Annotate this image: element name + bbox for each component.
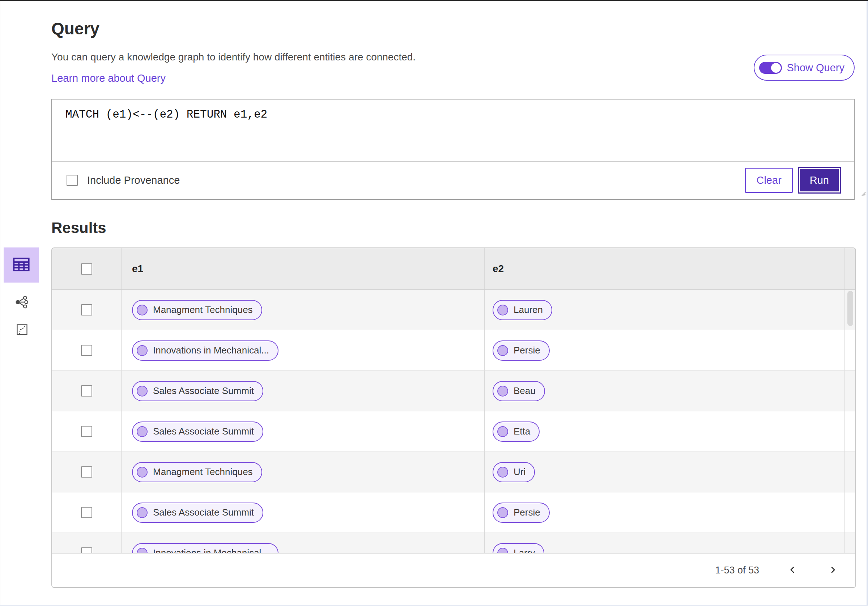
entity-pill-label: Innovations in Mechanical...	[153, 547, 269, 553]
table-row: Managment Techniques Lauren	[52, 290, 856, 330]
pagination-range: 1-53 of 53	[715, 565, 759, 576]
entity-avatar-icon	[137, 305, 147, 315]
previous-page-button[interactable]	[787, 565, 797, 576]
chevron-right-icon	[828, 565, 838, 576]
entity-pill[interactable]: Managment Techniques	[132, 300, 262, 320]
entity-avatar-icon	[497, 548, 508, 553]
run-button[interactable]: Run	[798, 167, 841, 194]
table-body: Managment Techniques Lauren Innovations …	[52, 290, 856, 553]
show-query-label: Show Query	[787, 62, 845, 74]
entity-avatar-icon	[137, 386, 147, 396]
entity-pill-label: Lauren	[513, 304, 543, 315]
show-query-toggle[interactable]: Show Query	[754, 54, 855, 81]
entity-pill-label: Persie	[513, 507, 540, 518]
column-header-e1[interactable]: e1	[132, 263, 143, 275]
run-button-label: Run	[800, 169, 839, 191]
results-table: e1 e2 Managment Techniques Lauren Innova…	[51, 247, 856, 588]
row-checkbox[interactable]	[81, 426, 92, 437]
table-footer: 1-53 of 53	[52, 553, 856, 587]
row-checkbox[interactable]	[81, 547, 92, 553]
entity-pill[interactable]: Sales Associate Summit	[132, 502, 263, 523]
view-tab-table[interactable]	[4, 247, 39, 283]
page-title: Query	[51, 19, 855, 38]
table-row: Innovations in Mechanical... Larry	[52, 533, 856, 553]
include-provenance-label: Include Provenance	[87, 174, 180, 186]
entity-pill[interactable]: Larry	[493, 543, 544, 553]
scrollbar-gutter	[844, 248, 856, 289]
row-checkbox[interactable]	[81, 345, 92, 356]
entity-avatar-icon	[497, 467, 508, 477]
entity-pill[interactable]: Persie	[493, 340, 550, 361]
view-tab-network[interactable]	[15, 295, 29, 310]
entity-pill-label: Managment Techniques	[153, 466, 253, 477]
table-row: Sales Associate Summit Beau	[52, 371, 856, 411]
view-switcher-rail	[0, 247, 51, 588]
entity-pill-label: Uri	[513, 466, 525, 477]
learn-more-link[interactable]: Learn more about Query	[51, 72, 166, 84]
entity-pill[interactable]: Managment Techniques	[132, 462, 262, 482]
entity-avatar-icon	[137, 426, 147, 437]
entity-pill[interactable]: Beau	[493, 381, 545, 401]
toggle-knob	[771, 63, 781, 73]
column-header-e2[interactable]: e2	[493, 263, 504, 275]
table-row: Innovations in Mechanical... Persie	[52, 330, 856, 371]
entity-avatar-icon	[497, 386, 508, 396]
query-toolbar: Include Provenance Clear Run	[52, 162, 854, 199]
entity-avatar-icon	[497, 305, 508, 315]
entity-pill-label: Sales Associate Summit	[153, 426, 254, 437]
table-row: Managment Techniques Uri	[52, 452, 856, 493]
entity-pill[interactable]: Sales Associate Summit	[132, 381, 263, 401]
map-icon	[16, 323, 29, 337]
query-input[interactable]: MATCH (e1)<--(e2) RETURN e1,e2	[52, 99, 854, 162]
entity-pill-label: Managment Techniques	[153, 304, 253, 315]
results-title: Results	[51, 219, 855, 236]
entity-avatar-icon	[497, 345, 508, 356]
entity-pill[interactable]: Uri	[493, 462, 535, 482]
entity-avatar-icon	[497, 426, 508, 437]
table-row: Sales Associate Summit Etta	[52, 411, 856, 452]
clear-button[interactable]: Clear	[745, 168, 792, 193]
include-provenance-checkbox[interactable]	[67, 175, 78, 186]
resize-handle-icon[interactable]	[859, 189, 866, 198]
entity-pill-label: Beau	[513, 385, 536, 396]
entity-pill[interactable]: Persie	[493, 502, 550, 523]
results-section: e1 e2 Managment Techniques Lauren Innova…	[0, 247, 868, 588]
row-checkbox[interactable]	[81, 385, 92, 396]
entity-avatar-icon	[137, 507, 147, 518]
entity-pill-label: Innovations in Mechanical...	[153, 345, 269, 356]
entity-pill-label: Etta	[513, 426, 530, 437]
entity-avatar-icon	[137, 548, 147, 553]
row-checkbox[interactable]	[81, 304, 92, 315]
entity-pill[interactable]: Innovations in Mechanical...	[132, 340, 279, 361]
select-all-checkbox[interactable]	[81, 263, 92, 275]
entity-avatar-icon	[497, 507, 508, 518]
entity-pill-label: Sales Associate Summit	[153, 385, 254, 396]
description-text: You can query a knowledge graph to ident…	[51, 51, 855, 63]
entity-avatar-icon	[137, 345, 147, 356]
entity-avatar-icon	[137, 467, 147, 477]
table-icon	[12, 255, 31, 276]
query-editor-panel: MATCH (e1)<--(e2) RETURN e1,e2 Include P…	[51, 99, 855, 200]
chevron-left-icon	[787, 565, 797, 576]
table-header-row: e1 e2	[52, 248, 856, 290]
entity-pill[interactable]: Lauren	[493, 300, 552, 320]
toggle-on-icon[interactable]	[759, 62, 782, 74]
entity-pill-label: Persie	[513, 345, 540, 356]
query-section: Query You can query a knowledge graph to…	[0, 1, 868, 200]
entity-pill[interactable]: Sales Associate Summit	[132, 421, 263, 442]
row-checkbox[interactable]	[81, 466, 92, 477]
entity-pill-label: Sales Associate Summit	[153, 507, 254, 518]
view-tab-map[interactable]	[15, 323, 29, 337]
network-icon	[15, 295, 29, 311]
next-page-button[interactable]	[828, 565, 838, 576]
table-scrollbar-thumb[interactable]	[847, 291, 853, 326]
table-row: Sales Associate Summit Persie	[52, 493, 856, 533]
entity-pill-label: Larry	[513, 547, 535, 553]
entity-pill[interactable]: Innovations in Mechanical...	[132, 543, 279, 553]
entity-pill[interactable]: Etta	[493, 421, 539, 442]
row-checkbox[interactable]	[81, 507, 92, 518]
